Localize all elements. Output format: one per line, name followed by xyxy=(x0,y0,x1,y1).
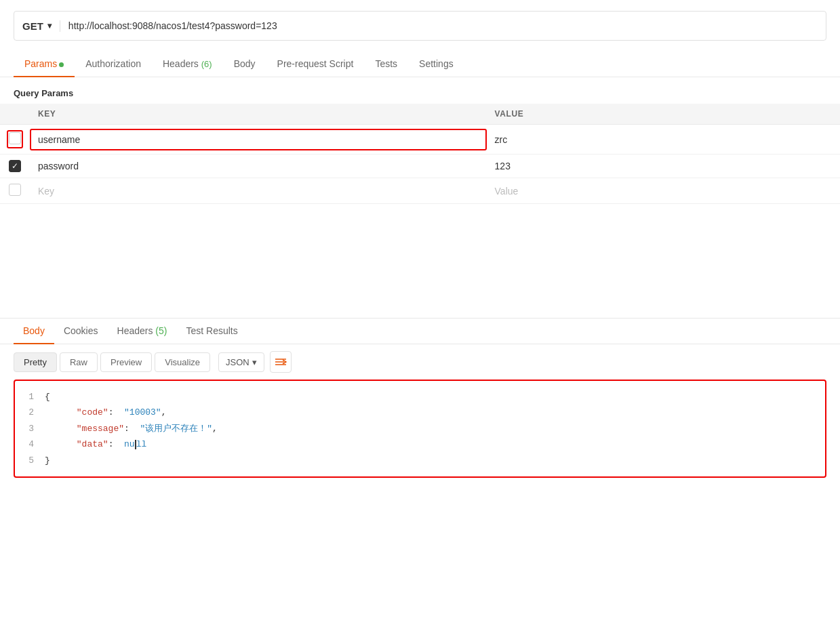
response-code-area: 1 2 3 4 5 { "code": "10003", "message": … xyxy=(14,380,826,478)
response-toolbar: Pretty Raw Preview Visualize JSON ▾ xyxy=(0,344,840,380)
response-tab-test-results[interactable]: Test Results xyxy=(176,319,247,344)
line-num-2: 2 xyxy=(23,405,34,420)
empty-key-placeholder[interactable]: Key xyxy=(38,186,54,197)
empty-key-cell: Key xyxy=(30,178,487,204)
empty-value-cell: Value xyxy=(487,178,840,204)
format-chevron-icon: ▾ xyxy=(252,357,257,367)
response-tabs: Body Cookies Headers (5) Test Results xyxy=(0,319,840,344)
username-value[interactable]: zrc xyxy=(495,134,508,145)
wrap-icon xyxy=(275,357,287,367)
tab-body[interactable]: Body xyxy=(223,52,266,77)
password-value-cell: 123 xyxy=(487,155,840,178)
spacer xyxy=(0,204,840,312)
password-key-value[interactable]: password xyxy=(38,161,79,171)
url-bar: GET ▾ http://localhost:9088/nacos1/test4… xyxy=(14,11,826,41)
pretty-button[interactable]: Pretty xyxy=(14,352,57,372)
url-input[interactable]: http://localhost:9088/nacos1/test4?passw… xyxy=(68,20,818,31)
empty-checkbox-cell xyxy=(0,178,30,204)
code-line-2: "code": "10003", xyxy=(45,405,817,420)
preview-button[interactable]: Preview xyxy=(100,352,152,372)
format-selector[interactable]: JSON ▾ xyxy=(218,352,264,372)
method-selector[interactable]: GET ▾ xyxy=(22,20,60,32)
username-value-cell: zrc xyxy=(487,125,840,155)
password-value[interactable]: 123 xyxy=(495,161,511,171)
response-tab-cookies[interactable]: Cookies xyxy=(54,319,108,344)
table-row: username zrc xyxy=(0,125,840,155)
code-line-1: { xyxy=(45,389,817,405)
request-tabs: Params Authorization Headers (6) Body Pr… xyxy=(0,52,840,77)
username-checkbox-cell xyxy=(0,125,30,155)
table-row: ✓ password 123 xyxy=(0,155,840,178)
line-num-1: 1 xyxy=(23,389,34,405)
params-dot xyxy=(59,62,64,67)
username-key-value[interactable]: username xyxy=(38,134,80,145)
line-num-4: 4 xyxy=(23,436,34,452)
line-num-5: 5 xyxy=(23,453,34,468)
value-header: VALUE xyxy=(487,104,840,125)
visualize-button[interactable]: Visualize xyxy=(155,352,210,372)
code-line-4: "data": null xyxy=(45,436,817,452)
query-params-title: Query Params xyxy=(0,77,840,104)
response-tab-headers[interactable]: Headers (5) xyxy=(108,319,177,344)
tab-settings[interactable]: Settings xyxy=(408,52,464,77)
password-checkbox-cell: ✓ xyxy=(0,155,30,178)
tab-headers[interactable]: Headers (6) xyxy=(152,52,223,77)
method-label: GET xyxy=(22,20,43,32)
code-line-3: "message": "该用户不存在！", xyxy=(45,421,817,436)
empty-checkbox[interactable] xyxy=(9,184,21,196)
tab-tests[interactable]: Tests xyxy=(364,52,408,77)
key-header: KEY xyxy=(30,104,487,125)
username-key-cell: username xyxy=(30,125,487,155)
empty-value-placeholder[interactable]: Value xyxy=(495,186,519,197)
raw-button[interactable]: Raw xyxy=(60,352,98,372)
tab-params[interactable]: Params xyxy=(14,52,75,77)
table-header-row: KEY VALUE xyxy=(0,104,840,125)
tab-authorization[interactable]: Authorization xyxy=(75,52,152,77)
checkbox-header xyxy=(0,104,30,125)
wrap-button[interactable] xyxy=(270,351,292,373)
line-num-3: 3 xyxy=(23,421,34,436)
username-checkbox[interactable] xyxy=(9,132,21,144)
password-checkbox[interactable]: ✓ xyxy=(9,160,21,172)
line-numbers: 1 2 3 4 5 xyxy=(23,389,34,468)
tab-pre-request[interactable]: Pre-request Script xyxy=(266,52,365,77)
method-chevron-icon: ▾ xyxy=(47,21,52,30)
code-line-5: } xyxy=(45,453,817,468)
code-content: { "code": "10003", "message": "该用户不存在！",… xyxy=(45,389,817,468)
format-label: JSON xyxy=(226,357,249,367)
response-tab-body[interactable]: Body xyxy=(14,319,54,344)
table-row: Key Value xyxy=(0,178,840,204)
password-key-cell: password xyxy=(30,155,487,178)
params-table: KEY VALUE username zrc ✓ xyxy=(0,104,840,204)
